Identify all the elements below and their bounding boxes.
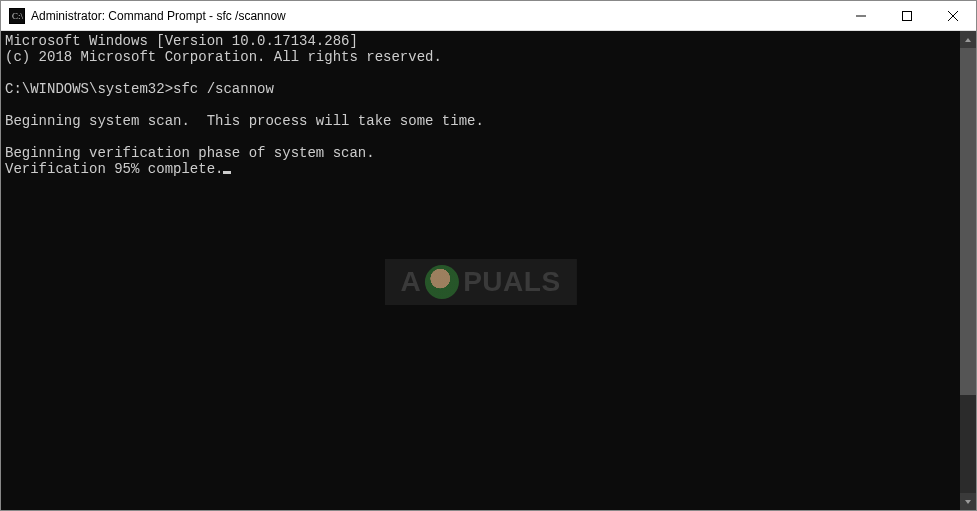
scroll-track[interactable] — [960, 48, 976, 493]
watermark-logo-icon — [425, 265, 459, 299]
close-button[interactable] — [930, 1, 976, 30]
console-line: Microsoft Windows [Version 10.0.17134.28… — [5, 33, 358, 49]
watermark-letter: A — [400, 274, 421, 290]
text-cursor — [223, 171, 231, 174]
svg-text:C:\: C:\ — [12, 11, 24, 21]
command-prompt-window: C:\ Administrator: Command Prompt - sfc … — [0, 0, 977, 511]
minimize-button[interactable] — [838, 1, 884, 30]
console-prompt: C:\WINDOWS\system32> — [5, 81, 173, 97]
window-controls — [838, 1, 976, 30]
console-area: Microsoft Windows [Version 10.0.17134.28… — [1, 31, 976, 510]
console-line: Beginning system scan. This process will… — [5, 113, 484, 129]
console-line: Beginning verification phase of system s… — [5, 145, 375, 161]
console-command: sfc /scannow — [173, 81, 274, 97]
scroll-up-button[interactable] — [960, 31, 976, 48]
scroll-down-button[interactable] — [960, 493, 976, 510]
svg-marker-8 — [965, 500, 971, 504]
watermark-text: PUALS — [463, 274, 560, 290]
console-output[interactable]: Microsoft Windows [Version 10.0.17134.28… — [1, 31, 960, 510]
cmd-icon: C:\ — [9, 8, 25, 24]
scroll-thumb[interactable] — [960, 48, 976, 395]
svg-marker-7 — [965, 38, 971, 42]
console-line: (c) 2018 Microsoft Corporation. All righ… — [5, 49, 442, 65]
vertical-scrollbar[interactable] — [960, 31, 976, 510]
maximize-button[interactable] — [884, 1, 930, 30]
console-line: Verification 95% complete. — [5, 161, 223, 177]
svg-rect-4 — [903, 11, 912, 20]
title-bar: C:\ Administrator: Command Prompt - sfc … — [1, 1, 976, 31]
watermark: A PUALS — [384, 259, 576, 305]
window-title: Administrator: Command Prompt - sfc /sca… — [31, 9, 838, 23]
